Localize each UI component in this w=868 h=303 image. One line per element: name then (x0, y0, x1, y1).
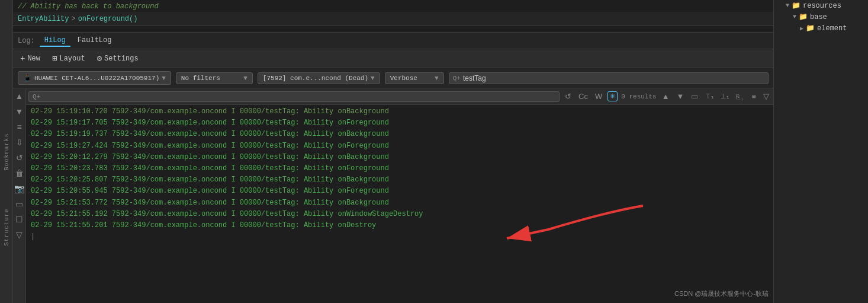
filter-search-bar[interactable]: Q+ (449, 72, 769, 84)
log-line: 02-29 15:20:55.945 7592-349/com.example.… (26, 186, 773, 197)
left-sidebar: Bookmarks Structure (0, 0, 13, 303)
scroll-to-end-button[interactable]: ⇩ (15, 137, 24, 148)
tab-hilog[interactable]: HiLog (40, 35, 70, 47)
log-line-window-stage-destroy: 02-29 15:21:55.192 7592-349/com.example.… (26, 209, 773, 220)
new-button[interactable]: + New (18, 53, 43, 65)
breadcrumb-part1[interactable]: EntryAbility (18, 15, 69, 23)
bookmarks-label: Bookmarks (3, 133, 9, 170)
log-line: 02-29 15:19:17.705 7592-349/com.example.… (26, 117, 773, 129)
tree-item-resources[interactable]: ▼ 📁 resources (774, 0, 868, 11)
next-result-button[interactable]: ▼ (675, 91, 686, 102)
log-cursor-line: | (26, 231, 773, 243)
regex-button[interactable]: ✳ (607, 91, 618, 101)
log-line: 02-29 15:19:10.720 7592-349/com.example.… (26, 106, 773, 117)
log-tabs-bar: Log: HiLog FaultLog (13, 33, 773, 49)
split-top-button[interactable]: ⊤₁ (703, 91, 715, 101)
log-line: 02-29 15:20:23.783 7592-349/com.example.… (26, 163, 773, 174)
top-code-area: // Ability has back to background EntryA… (13, 0, 773, 33)
prev-result-button[interactable]: ▲ (660, 91, 671, 102)
split-bottom-button[interactable]: ⊥₁ (719, 91, 731, 101)
device-icon: 📱 (23, 74, 32, 82)
reset-search-button[interactable]: ↺ (563, 91, 573, 102)
gear-icon: ⚙ (97, 53, 102, 63)
log-content: 02-29 15:19:10.720 7592-349/com.example.… (26, 105, 773, 303)
wrap-button[interactable]: ≡ (15, 122, 22, 132)
panel-button[interactable]: ▭ (14, 199, 24, 209)
log-line: 02-29 15:20:12.279 7592-349/com.example.… (26, 152, 773, 163)
folder-icon-base: 📁 (799, 12, 808, 21)
log-search-box[interactable]: Q+ (28, 91, 560, 102)
log-line: 02-29 15:19:19.737 7592-349/com.example.… (26, 129, 773, 140)
main-area: // Ability has back to background EntryA… (13, 0, 773, 303)
results-count: 0 results (621, 93, 656, 100)
level-dropdown[interactable]: Verbose ▼ (385, 72, 444, 84)
layout-icon: ⊞ (52, 53, 57, 63)
word-match-button[interactable]: W (593, 91, 604, 102)
content-with-controls: ▲ ▼ ≡ ⇩ ↺ 🗑 📷 ▭ ☐ ▽ Q+ ↺ Cc W ✳ 0 (13, 88, 773, 303)
filter-search-input[interactable] (463, 74, 764, 82)
level-label: Verbose (390, 75, 417, 82)
new-label: New (27, 55, 40, 63)
breadcrumb-separator: > (71, 15, 75, 23)
filter-button[interactable]: ▽ (15, 229, 24, 240)
device-label: HUAWEI CET-AL6...U0222A17005917) (34, 75, 159, 82)
log-search-icon: Q+ (33, 93, 40, 100)
chevron-icon: ▼ (786, 2, 789, 9)
tab-faultlog[interactable]: FaultLog (73, 35, 117, 47)
device-dropdown[interactable]: 📱 HUAWEI CET-AL6...U0222A17005917) ▼ (18, 71, 171, 85)
screenshot-button[interactable]: 📷 (13, 183, 25, 194)
toolbar: + New ⊞ Layout ⚙ Settings (13, 49, 773, 68)
filter-search-icon: Q+ (453, 75, 461, 82)
layout-button[interactable]: ⊞ Layout (50, 52, 88, 65)
export-button[interactable]: ⎘₁ (734, 92, 746, 101)
log-search-toolbar: Q+ ↺ Cc W ✳ 0 results ▲ ▼ ▭ ⊤₁ ⊥₁ ⎘₁ ≡ ▽ (26, 88, 773, 105)
case-sensitive-button[interactable]: Cc (577, 91, 590, 102)
log-label: Log: (18, 37, 35, 45)
structure-label: Structure (3, 209, 9, 246)
chevron-icon-element: ▶ (800, 25, 803, 32)
process-dropdown-arrow: ▼ (371, 75, 375, 82)
level-dropdown-arrow: ▼ (435, 75, 439, 82)
align-button[interactable]: ≡ (750, 91, 758, 102)
log-line: 02-29 15:21:53.772 7592-349/com.example.… (26, 197, 773, 209)
log-main: Q+ ↺ Cc W ✳ 0 results ▲ ▼ ▭ ⊤₁ ⊥₁ ⎘₁ ≡ ▽ (26, 88, 773, 303)
device-button[interactable]: ☐ (14, 214, 24, 225)
plus-icon: + (20, 54, 25, 63)
log-line: 02-29 15:20:25.807 7592-349/com.example.… (26, 174, 773, 186)
filter-label: No filters (181, 75, 220, 82)
chevron-icon-base: ▼ (793, 14, 796, 20)
filter-dropdown[interactable]: No filters ▼ (176, 72, 253, 84)
tree-item-label: base (810, 13, 827, 21)
log-search-input[interactable] (43, 93, 555, 101)
filter-row: 📱 HUAWEI CET-AL6...U0222A17005917) ▼ No … (13, 68, 773, 88)
tree-item-base[interactable]: ▼ 📁 base (774, 11, 868, 23)
settings-label: Settings (104, 55, 139, 63)
log-lines: 02-29 15:19:10.720 7592-349/com.example.… (26, 105, 773, 244)
advanced-filter-button[interactable]: ▽ (761, 91, 771, 102)
breadcrumb-part2[interactable]: onForeground() (78, 15, 138, 23)
expand-button[interactable]: ▭ (689, 91, 700, 102)
device-dropdown-arrow: ▼ (162, 75, 166, 82)
tree-item-label: resources (803, 2, 841, 10)
log-line-on-destroy: 02-29 15:21:55.201 7592-349/com.example.… (26, 220, 773, 231)
folder-icon-resources: 📁 (792, 1, 801, 10)
filter-dropdown-arrow: ▼ (243, 75, 247, 82)
process-label: [7592] com.e...ncond (Dead) (263, 75, 368, 82)
vertical-controls: ▲ ▼ ≡ ⇩ ↺ 🗑 📷 ▭ ☐ ▽ (13, 88, 26, 303)
breadcrumb-bar: EntryAbility > onForeground() (13, 12, 773, 26)
process-dropdown[interactable]: [7592] com.e...ncond (Dead) ▼ (258, 72, 380, 84)
refresh-button[interactable]: ↺ (15, 152, 24, 163)
tree-item-element[interactable]: ▶ 📁 element (774, 23, 868, 34)
tree-item-label: element (817, 24, 847, 33)
delete-button[interactable]: 🗑 (14, 168, 25, 178)
scroll-down-button[interactable]: ▼ (14, 106, 25, 117)
folder-icon-element: 📁 (806, 24, 815, 33)
settings-button[interactable]: ⚙ Settings (95, 52, 141, 65)
watermark: CSDN @瑞晟技术服务中心-耿瑞 (674, 289, 769, 298)
side-panel: ▼ 📁 resources ▼ 📁 base ▶ 📁 element (773, 0, 868, 303)
log-line: 02-29 15:19:27.424 7592-349/com.example.… (26, 141, 773, 152)
layout-label: Layout (59, 55, 85, 63)
code-partial-line: // Ability has back to background (13, 1, 773, 12)
scroll-up-button[interactable]: ▲ (14, 91, 25, 101)
